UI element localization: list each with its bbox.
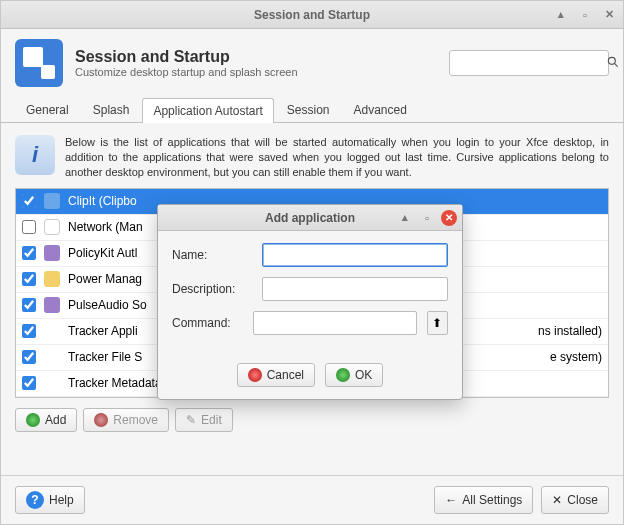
dialog-close-icon[interactable]: ✕ xyxy=(441,210,457,226)
page-title: Session and Startup xyxy=(75,48,298,66)
app-item-icon xyxy=(44,245,60,261)
search-icon xyxy=(606,55,620,72)
list-item-tail: e system) xyxy=(550,350,602,364)
command-field[interactable] xyxy=(253,311,417,335)
list-checkbox[interactable] xyxy=(22,298,36,312)
ok-icon xyxy=(336,368,350,382)
svg-line-1 xyxy=(614,63,617,66)
back-arrow-icon: ← xyxy=(445,493,457,507)
description-label: Description: xyxy=(172,282,252,296)
tab-bar: General Splash Application Autostart Ses… xyxy=(1,97,623,123)
list-item-label: Tracker File S xyxy=(68,350,142,364)
folder-up-icon: ⬆ xyxy=(432,316,442,330)
help-button[interactable]: ?Help xyxy=(15,486,85,514)
list-item-label: PolicyKit Autl xyxy=(68,246,137,260)
list-checkbox[interactable] xyxy=(22,220,36,234)
page-subtitle: Customize desktop startup and splash scr… xyxy=(75,66,298,78)
close-button[interactable]: ✕Close xyxy=(541,486,609,514)
window-title: Session and Startup xyxy=(254,8,370,22)
dialog-minimize-icon[interactable]: ▴ xyxy=(397,210,413,226)
tab-application-autostart[interactable]: Application Autostart xyxy=(142,98,273,123)
help-label: Help xyxy=(49,493,74,507)
remove-label: Remove xyxy=(113,413,158,427)
add-button[interactable]: Add xyxy=(15,408,77,432)
app-item-icon xyxy=(44,219,60,235)
list-checkbox[interactable] xyxy=(22,324,36,338)
all-settings-button[interactable]: ←All Settings xyxy=(434,486,533,514)
info-icon: i xyxy=(15,135,55,175)
tab-splash[interactable]: Splash xyxy=(82,97,141,122)
remove-button[interactable]: Remove xyxy=(83,408,169,432)
cancel-button[interactable]: Cancel xyxy=(237,363,315,387)
list-item-tail: ns installed) xyxy=(538,324,602,338)
ok-label: OK xyxy=(355,368,372,382)
app-item-icon xyxy=(44,323,60,339)
minus-icon xyxy=(94,413,108,427)
dialog-body: Name: Description: Command: ⬆ xyxy=(158,231,462,357)
list-checkbox[interactable] xyxy=(22,272,36,286)
browse-button[interactable]: ⬆ xyxy=(427,311,448,335)
search-input[interactable] xyxy=(449,50,609,76)
edit-button[interactable]: ✎Edit xyxy=(175,408,233,432)
help-icon: ? xyxy=(26,491,44,509)
add-label: Add xyxy=(45,413,66,427)
tab-advanced[interactable]: Advanced xyxy=(343,97,418,122)
close-x-icon: ✕ xyxy=(552,493,562,507)
list-item-label: ClipIt (Clipbo xyxy=(68,194,137,208)
list-checkbox[interactable] xyxy=(22,246,36,260)
info-text: Below is the list of applications that w… xyxy=(65,135,609,180)
footer: ?Help ←All Settings ✕Close xyxy=(1,475,623,524)
app-icon xyxy=(15,39,63,87)
dialog-titlebar: Add application ▴ ▫ ✕ xyxy=(158,205,462,231)
command-label: Command: xyxy=(172,316,243,330)
close-label: Close xyxy=(567,493,598,507)
app-item-icon xyxy=(44,193,60,209)
app-item-icon xyxy=(44,297,60,313)
cancel-label: Cancel xyxy=(267,368,304,382)
ok-button[interactable]: OK xyxy=(325,363,383,387)
svg-point-0 xyxy=(608,57,615,64)
dialog-maximize-icon[interactable]: ▫ xyxy=(419,210,435,226)
name-label: Name: xyxy=(172,248,252,262)
app-item-icon xyxy=(44,271,60,287)
header: Session and Startup Customize desktop st… xyxy=(1,29,623,97)
list-item-label: Network (Man xyxy=(68,220,143,234)
list-item-label: Tracker Appli xyxy=(68,324,138,338)
list-item-label: PulseAudio So xyxy=(68,298,147,312)
list-toolbar: Add Remove ✎Edit xyxy=(15,408,609,432)
tab-general[interactable]: General xyxy=(15,97,80,122)
all-settings-label: All Settings xyxy=(462,493,522,507)
list-checkbox[interactable] xyxy=(22,350,36,364)
window-titlebar: Session and Startup ▴ ▫ ✕ xyxy=(1,1,623,29)
window-close-icon[interactable]: ✕ xyxy=(601,7,617,23)
edit-label: Edit xyxy=(201,413,222,427)
dialog-title: Add application xyxy=(265,211,355,225)
list-checkbox[interactable] xyxy=(22,376,36,390)
info-row: i Below is the list of applications that… xyxy=(15,135,609,180)
list-item-label: Power Manag xyxy=(68,272,142,286)
cancel-icon xyxy=(248,368,262,382)
search-field[interactable] xyxy=(456,56,606,70)
dialog-buttons: Cancel OK xyxy=(158,357,462,399)
name-field[interactable] xyxy=(262,243,448,267)
plus-icon xyxy=(26,413,40,427)
add-application-dialog: Add application ▴ ▫ ✕ Name: Description:… xyxy=(157,204,463,400)
window-maximize-icon[interactable]: ▫ xyxy=(577,7,593,23)
tab-session[interactable]: Session xyxy=(276,97,341,122)
list-checkbox[interactable] xyxy=(22,194,36,208)
edit-icon: ✎ xyxy=(186,413,196,427)
app-item-icon xyxy=(44,349,60,365)
window-minimize-icon[interactable]: ▴ xyxy=(553,7,569,23)
app-item-icon xyxy=(44,375,60,391)
header-text: Session and Startup Customize desktop st… xyxy=(75,48,298,78)
description-field[interactable] xyxy=(262,277,448,301)
